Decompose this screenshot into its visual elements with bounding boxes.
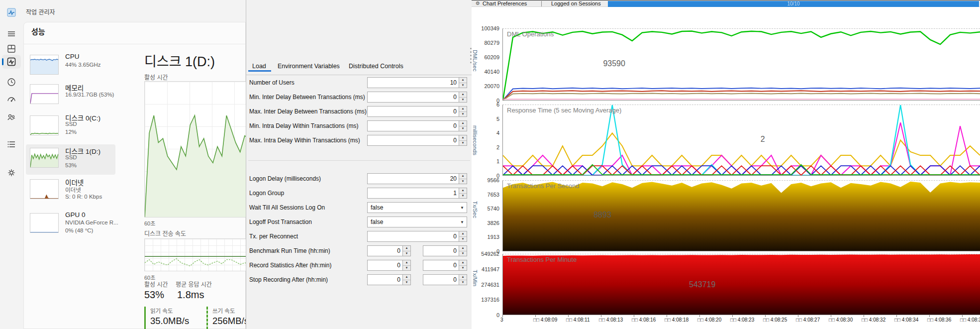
spinner-record-statistics-after-hh-min-[interactable]: 0▲▼: [367, 260, 411, 271]
spinner-arrows[interactable]: ▲▼: [459, 92, 467, 102]
spinner-min-inter-delay-between-transactions-ms-[interactable]: 0▲▼: [367, 92, 467, 103]
x-axis-label: □□ 4:08:09: [533, 317, 566, 325]
field-label: Stop Recording After (hh:min): [249, 276, 328, 283]
ethernet-name: 이더넷: [65, 186, 81, 194]
disk1-type: SSD: [65, 154, 77, 160]
spinner-arrows[interactable]: ▲▼: [459, 246, 467, 256]
spinner-value[interactable]: 0: [368, 231, 459, 241]
dropdown-logoff-post-transaction[interactable]: false▼: [367, 217, 467, 227]
spinner-value[interactable]: 1: [368, 188, 459, 198]
users-icon[interactable]: [6, 112, 16, 122]
spinner-logon-group[interactable]: 1▲▼: [367, 188, 467, 199]
sidebar-item-cpu[interactable]: CPU: [65, 53, 80, 60]
disk1-sparkline[interactable]: [30, 148, 59, 168]
x-axis-label: □□ 4:08:11: [566, 317, 599, 325]
tab-environment-variables[interactable]: Environment Variables: [278, 63, 340, 70]
x-axis-label: □□ 4:08:30: [829, 317, 862, 325]
spinner-value[interactable]: 0: [368, 107, 459, 116]
spinner-benchmark-run-time-hh-min-[interactable]: 0▲▼: [423, 245, 467, 256]
y-tick-label: 6: [472, 102, 499, 108]
spinner-record-statistics-after-hh-min-[interactable]: 0▲▼: [423, 260, 467, 271]
spinner-arrows[interactable]: ▲▼: [459, 174, 467, 184]
y-axis-title: milliseconds: [472, 125, 478, 155]
cpu-sparkline[interactable]: [30, 55, 59, 75]
spinner-tx-per-reconnect[interactable]: 0▲▼: [367, 231, 467, 242]
services-icon[interactable]: [6, 168, 16, 178]
spinner-value[interactable]: 20: [368, 174, 459, 184]
spinner-value[interactable]: 0: [368, 260, 402, 270]
details-icon[interactable]: [6, 139, 16, 149]
spinner-max-inter-delay-between-transactions-ms-[interactable]: 0▲▼: [367, 106, 467, 117]
logged-on-sessions-button[interactable]: Logged on Sessions: [551, 0, 601, 7]
spinner-min-intra-delay-within-transactions-ms-[interactable]: 0▲▼: [367, 120, 467, 131]
spinner-arrows[interactable]: ▲▼: [459, 121, 467, 131]
spinner-value[interactable]: 0: [368, 246, 402, 256]
read-speed-label: 읽기 속도: [150, 307, 189, 315]
spinner-value[interactable]: 0: [423, 246, 459, 256]
active-time-value: 53%: [144, 289, 164, 301]
spinner-arrows[interactable]: ▲▼: [459, 260, 467, 270]
spinner-value[interactable]: 0: [368, 275, 402, 285]
disk0-sparkline[interactable]: [30, 115, 59, 135]
chevron-down-icon[interactable]: ▼: [458, 220, 467, 224]
spinner-benchmark-run-time-hh-min-[interactable]: 0▲▼: [367, 245, 411, 256]
task-manager-window: 작업 관리자 성능 CPU 44% 3.65GHz 메모리 16.9/31.7G…: [0, 0, 246, 329]
menu-icon[interactable]: [6, 29, 16, 39]
disk-active-time-chart: [144, 81, 246, 218]
spinner-value[interactable]: 0: [368, 121, 459, 131]
x-axis-label: □□ 4:08:23: [730, 317, 763, 325]
spinner-value[interactable]: 0: [368, 92, 459, 102]
spinner-number-of-users[interactable]: 10▲▼: [367, 77, 467, 88]
chart-title: DML Operations: [507, 30, 554, 38]
spinner-arrows[interactable]: ▲▼: [402, 275, 410, 285]
spinner-logon-delay-milliseconds-[interactable]: 20▲▼: [367, 173, 467, 184]
plot-area: DML Operations93590: [502, 28, 980, 101]
chart-title: Transactions Per Second: [507, 182, 579, 190]
ethernet-sparkline[interactable]: [30, 179, 59, 199]
sidebar-item-memory[interactable]: 메모리: [65, 83, 84, 93]
chevron-down-icon[interactable]: ▼: [458, 206, 467, 210]
read-speed: 읽기 속도 35.0MB/s: [144, 307, 189, 329]
field-label: Benchmark Run Time (hh:min): [249, 247, 330, 254]
processes-icon[interactable]: [6, 44, 16, 54]
spinner-value[interactable]: 10: [368, 78, 459, 88]
disk0-usage: 12%: [65, 129, 77, 135]
dropdown-wait-till-all-sessions-log-on[interactable]: false▼: [367, 202, 467, 213]
tab-distributed-controls[interactable]: Distributed Controls: [349, 63, 403, 70]
startup-apps-icon[interactable]: [6, 95, 16, 105]
transactions-per-minute-chart: 5492624119472746311373160Tx/MinTransacti…: [472, 254, 980, 315]
gpu-sparkline[interactable]: [30, 213, 59, 233]
spinner-arrows[interactable]: ▲▼: [459, 135, 467, 145]
spinner-max-intra-delay-within-transactions-ms-[interactable]: 0▲▼: [367, 135, 467, 146]
spinner-arrows[interactable]: ▲▼: [459, 78, 467, 88]
tab-performance[interactable]: 성능: [31, 26, 45, 36]
spinner-arrows[interactable]: ▲▼: [402, 246, 410, 256]
plot-area: Response Time (5 sec Moving Average)2: [502, 105, 980, 176]
write-speed-label: 쓰기 속도: [212, 307, 246, 315]
spinner-arrows[interactable]: ▲▼: [459, 231, 467, 241]
spinner-arrows[interactable]: ▲▼: [459, 275, 467, 285]
y-tick-label: 9566: [472, 177, 499, 183]
spinner-value[interactable]: 0: [423, 275, 459, 285]
toolbar-separator: [541, 1, 542, 6]
spinner-value[interactable]: 0: [368, 135, 459, 145]
spinner-arrows[interactable]: ▲▼: [459, 107, 467, 116]
field-label: Logon Delay (milliseconds): [249, 175, 321, 182]
spinner-stop-recording-after-hh-min-[interactable]: 0▲▼: [423, 274, 467, 285]
field-label: Max. Inter Delay Between Transactions (m…: [249, 108, 367, 115]
spinner-value[interactable]: 0: [423, 260, 459, 270]
chart-current-value: 8893: [593, 211, 611, 219]
chart-preferences-button[interactable]: Chart Preferences: [483, 0, 527, 7]
field-label: Logon Group: [249, 190, 284, 197]
write-speed: 쓰기 속도 256MB/s: [206, 307, 246, 329]
performance-icon[interactable]: [6, 57, 16, 67]
y-axis-title: DML/sec: [472, 50, 478, 71]
spinner-arrows[interactable]: ▲▼: [402, 260, 410, 270]
spinner-arrows[interactable]: ▲▼: [459, 188, 467, 198]
memory-sparkline[interactable]: [30, 84, 59, 104]
performance-charts-panel: ⚙ Chart Preferences Logged on Sessions 1…: [472, 0, 980, 329]
spinner-stop-recording-after-hh-min-[interactable]: 0▲▼: [367, 274, 411, 285]
tab-load[interactable]: Load: [252, 63, 266, 70]
sidebar-item-gpu[interactable]: GPU 0: [65, 211, 86, 219]
app-history-icon[interactable]: [6, 77, 16, 87]
